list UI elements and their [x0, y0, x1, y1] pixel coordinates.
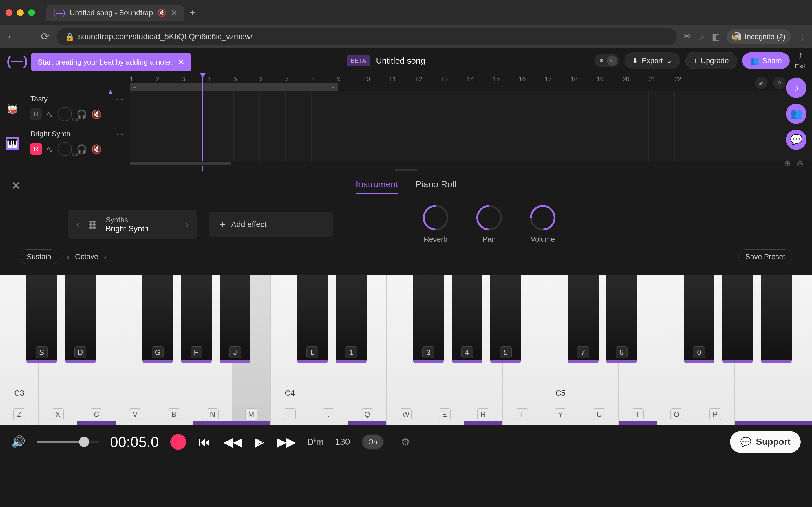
window-controls [6, 9, 35, 16]
black-key[interactable]: L [297, 276, 327, 363]
track-mute-icon[interactable]: 🔇 [91, 144, 102, 154]
transport-settings-icon[interactable]: ⚙ [401, 436, 410, 448]
track-name[interactable]: Tasty [31, 95, 48, 103]
black-key[interactable]: 3 [413, 276, 444, 363]
zoom-in-button[interactable]: ⊕ [784, 159, 791, 168]
track-type-icon[interactable]: 🎹 [0, 126, 25, 161]
track-volume-knob[interactable]: Vol [58, 107, 72, 121]
incognito-badge[interactable]: 🕵 Incognito (2) [726, 29, 791, 44]
new-tab-button[interactable]: + [190, 8, 195, 18]
track-lane[interactable] [130, 91, 812, 126]
preset-selector[interactable]: ‹ ▦ Synths Bright Synth › [68, 210, 197, 239]
timeline-settings-icon[interactable]: ⚙ [773, 76, 785, 89]
reverb-knob[interactable] [423, 205, 448, 230]
save-preset-button[interactable]: Save Preset [738, 249, 792, 264]
browser-tab[interactable]: (—) Untitled song - Soundtrap 🔇 ✕ [46, 5, 184, 21]
support-button[interactable]: 💬 Support [730, 431, 801, 453]
black-key[interactable]: J [220, 276, 250, 363]
close-window-button[interactable] [6, 9, 12, 16]
playhead[interactable] [202, 74, 203, 171]
address-bar[interactable]: 🔒 soundtrap.com/studio/d_5KIiQLQm6ic6ic_… [56, 28, 677, 45]
ruler-mark: 17 [545, 75, 552, 83]
chat-button[interactable]: 💬 [786, 129, 806, 150]
rewind-button[interactable]: ◀◀ [223, 435, 243, 449]
extension-icon[interactable]: ◧ [712, 32, 720, 42]
black-key[interactable]: H [181, 276, 212, 363]
skip-start-button[interactable]: ⏮ [199, 435, 211, 449]
black-key[interactable]: 8 [606, 276, 637, 363]
export-button[interactable]: ⬇ Export ⌄ [624, 52, 680, 69]
master-volume-icon[interactable]: 🔊 [11, 435, 26, 448]
black-key[interactable]: 5 [490, 276, 521, 363]
track-volume-knob[interactable]: Vol [58, 142, 72, 156]
timeline-scrollbar[interactable]: ⊕ ⊖ [0, 161, 812, 166]
time-display[interactable]: 00:05.0 [110, 434, 159, 450]
master-volume-slider[interactable] [37, 441, 99, 443]
black-key[interactable]: 1 [336, 276, 366, 363]
volume-knob[interactable] [530, 205, 555, 230]
tab-piano-roll[interactable]: Piano Roll [415, 179, 456, 194]
track-record-button[interactable]: R [31, 144, 42, 155]
theme-toggle[interactable]: ☀ ☾ [594, 54, 619, 67]
panel-resize-handle[interactable] [0, 166, 812, 173]
share-button[interactable]: 👥 Share [742, 52, 790, 69]
track-name[interactable]: Bright Synth [31, 129, 70, 138]
reload-button[interactable]: ⟳ [40, 31, 51, 43]
black-key[interactable]: 0 [684, 276, 714, 363]
bookmark-icon[interactable]: ☆ [698, 32, 705, 42]
browser-menu-icon[interactable]: ⋮ [798, 32, 806, 42]
black-key[interactable]: D [65, 276, 96, 363]
track-menu-button[interactable]: ⋯ [116, 129, 124, 138]
preset-prev-button[interactable]: ‹ [76, 219, 79, 230]
maximize-window-button[interactable] [28, 9, 35, 16]
zoom-out-button[interactable]: ⊖ [797, 159, 804, 168]
close-panel-button[interactable]: ✕ [11, 179, 21, 192]
tempo-display[interactable]: 130 [335, 437, 350, 447]
octave-up-button[interactable]: › [104, 252, 106, 262]
black-key[interactable]: 7 [567, 276, 598, 363]
tab-instrument[interactable]: Instrument [356, 179, 398, 194]
song-title[interactable]: Untitled song [376, 56, 425, 66]
black-key[interactable]: G [142, 276, 173, 363]
track-automation-icon[interactable]: ∿ [46, 109, 53, 119]
collaborators-button[interactable]: 👥 [786, 104, 806, 124]
eye-icon[interactable]: 👁 [682, 32, 691, 41]
loop-end-handle[interactable]: ← [331, 85, 336, 90]
track-menu-button[interactable]: ⋯ [116, 94, 124, 104]
play-button[interactable]: ▶ [255, 435, 264, 449]
octave-down-button[interactable]: ‹ [67, 252, 69, 262]
track-record-button[interactable]: R [31, 108, 42, 120]
black-key[interactable]: S [26, 276, 57, 363]
black-key[interactable] [761, 276, 792, 363]
key-signature[interactable]: D♭m [307, 436, 324, 447]
library-button[interactable]: ♪ [786, 78, 806, 98]
track-type-icon[interactable]: 🥁 [0, 91, 25, 126]
minimize-window-button[interactable] [17, 9, 24, 16]
loop-region[interactable]: → ← [130, 83, 338, 92]
tab-mute-icon[interactable]: 🔇 [157, 8, 166, 17]
black-key[interactable] [722, 276, 753, 363]
scrollbar-thumb[interactable] [130, 162, 231, 165]
tab-close-button[interactable]: ✕ [171, 8, 177, 17]
add-effect-button[interactable]: + Add effect [209, 212, 333, 237]
record-button[interactable] [170, 434, 186, 450]
upgrade-button[interactable]: ↑ Upgrade [686, 52, 737, 69]
track-automation-icon[interactable]: ∿ [46, 144, 53, 154]
tooltip-close-button[interactable]: ✕ [178, 57, 185, 67]
metronome-toggle[interactable]: On [361, 434, 384, 450]
floating-sidebar: ♪ 👥 💬 [786, 78, 806, 150]
timeline-volume-icon[interactable]: 🔉 [755, 76, 767, 89]
black-key[interactable]: 4 [452, 276, 483, 363]
ruler-mark: 11 [389, 75, 396, 83]
app-logo[interactable]: (—) [7, 54, 28, 68]
exit-button[interactable]: ⤴ Exit [795, 52, 805, 70]
track-mute-icon[interactable]: 🔇 [91, 109, 102, 119]
fast-forward-button[interactable]: ▶▶ [277, 435, 296, 449]
pan-knob[interactable] [476, 205, 502, 230]
back-button[interactable]: ← [6, 31, 17, 43]
preset-next-button[interactable]: › [186, 219, 189, 230]
track-lane[interactable] [130, 126, 812, 161]
sustain-button[interactable]: Sustain [20, 249, 58, 264]
forward-button[interactable]: → [22, 31, 34, 43]
loop-start-handle[interactable]: → [133, 85, 137, 90]
